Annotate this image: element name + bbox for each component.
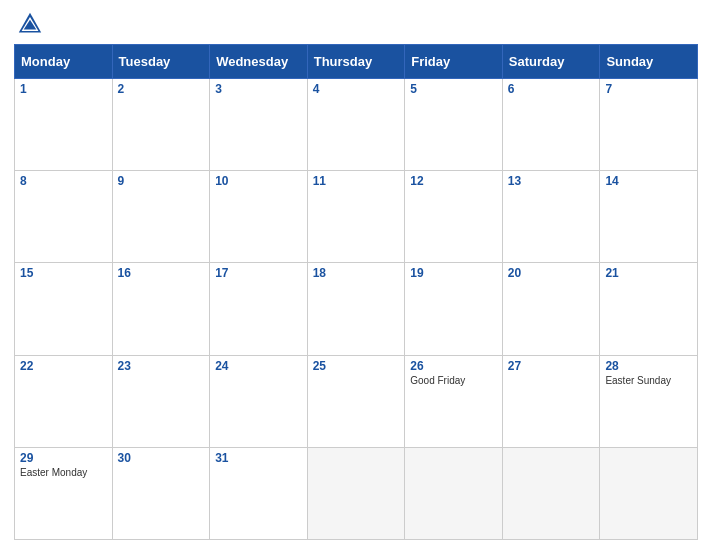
day-cell	[502, 447, 600, 539]
day-number: 28	[605, 359, 692, 373]
day-cell	[405, 447, 503, 539]
calendar-table: MondayTuesdayWednesdayThursdayFridaySatu…	[14, 44, 698, 540]
day-cell: 5	[405, 79, 503, 171]
week-row-1: 1234567	[15, 79, 698, 171]
day-number: 15	[20, 266, 107, 280]
day-number: 18	[313, 266, 400, 280]
week-row-4: 2223242526Good Friday2728Easter Sunday	[15, 355, 698, 447]
week-row-3: 15161718192021	[15, 263, 698, 355]
day-number: 7	[605, 82, 692, 96]
day-cell	[307, 447, 405, 539]
day-cell: 11	[307, 171, 405, 263]
holiday-label: Easter Monday	[20, 467, 107, 478]
day-cell: 27	[502, 355, 600, 447]
day-number: 3	[215, 82, 302, 96]
day-cell: 3	[210, 79, 308, 171]
day-number: 11	[313, 174, 400, 188]
day-number: 4	[313, 82, 400, 96]
day-number: 31	[215, 451, 302, 465]
day-number: 22	[20, 359, 107, 373]
day-cell: 8	[15, 171, 113, 263]
day-cell: 23	[112, 355, 210, 447]
day-number: 14	[605, 174, 692, 188]
day-number: 30	[118, 451, 205, 465]
holiday-label: Easter Sunday	[605, 375, 692, 386]
day-number: 20	[508, 266, 595, 280]
holiday-label: Good Friday	[410, 375, 497, 386]
day-cell: 9	[112, 171, 210, 263]
day-cell: 21	[600, 263, 698, 355]
day-number: 27	[508, 359, 595, 373]
day-cell	[600, 447, 698, 539]
day-number: 2	[118, 82, 205, 96]
day-number: 13	[508, 174, 595, 188]
logo	[16, 10, 48, 38]
weekday-saturday: Saturday	[502, 45, 600, 79]
day-cell: 6	[502, 79, 600, 171]
week-row-2: 891011121314	[15, 171, 698, 263]
header	[14, 10, 698, 38]
day-cell: 12	[405, 171, 503, 263]
day-cell: 19	[405, 263, 503, 355]
day-cell: 22	[15, 355, 113, 447]
weekday-thursday: Thursday	[307, 45, 405, 79]
day-number: 1	[20, 82, 107, 96]
day-cell: 25	[307, 355, 405, 447]
day-cell: 30	[112, 447, 210, 539]
logo-icon	[16, 10, 44, 38]
weekday-wednesday: Wednesday	[210, 45, 308, 79]
day-number: 6	[508, 82, 595, 96]
day-cell: 7	[600, 79, 698, 171]
day-cell: 20	[502, 263, 600, 355]
day-number: 25	[313, 359, 400, 373]
day-number: 21	[605, 266, 692, 280]
day-number: 29	[20, 451, 107, 465]
day-number: 24	[215, 359, 302, 373]
day-number: 19	[410, 266, 497, 280]
weekday-sunday: Sunday	[600, 45, 698, 79]
day-number: 12	[410, 174, 497, 188]
day-cell: 10	[210, 171, 308, 263]
day-number: 9	[118, 174, 205, 188]
day-cell: 13	[502, 171, 600, 263]
day-cell: 16	[112, 263, 210, 355]
weekday-monday: Monday	[15, 45, 113, 79]
day-cell: 17	[210, 263, 308, 355]
day-cell: 15	[15, 263, 113, 355]
day-cell: 1	[15, 79, 113, 171]
day-number: 16	[118, 266, 205, 280]
day-cell: 24	[210, 355, 308, 447]
day-cell: 2	[112, 79, 210, 171]
day-cell: 18	[307, 263, 405, 355]
week-row-5: 29Easter Monday3031	[15, 447, 698, 539]
day-number: 10	[215, 174, 302, 188]
day-cell: 29Easter Monday	[15, 447, 113, 539]
day-cell: 26Good Friday	[405, 355, 503, 447]
day-number: 8	[20, 174, 107, 188]
weekday-header-row: MondayTuesdayWednesdayThursdayFridaySatu…	[15, 45, 698, 79]
day-number: 26	[410, 359, 497, 373]
day-number: 23	[118, 359, 205, 373]
weekday-tuesday: Tuesday	[112, 45, 210, 79]
day-cell: 28Easter Sunday	[600, 355, 698, 447]
calendar-page: MondayTuesdayWednesdayThursdayFridaySatu…	[0, 0, 712, 550]
day-number: 17	[215, 266, 302, 280]
day-cell: 14	[600, 171, 698, 263]
weekday-friday: Friday	[405, 45, 503, 79]
day-cell: 31	[210, 447, 308, 539]
day-number: 5	[410, 82, 497, 96]
day-cell: 4	[307, 79, 405, 171]
